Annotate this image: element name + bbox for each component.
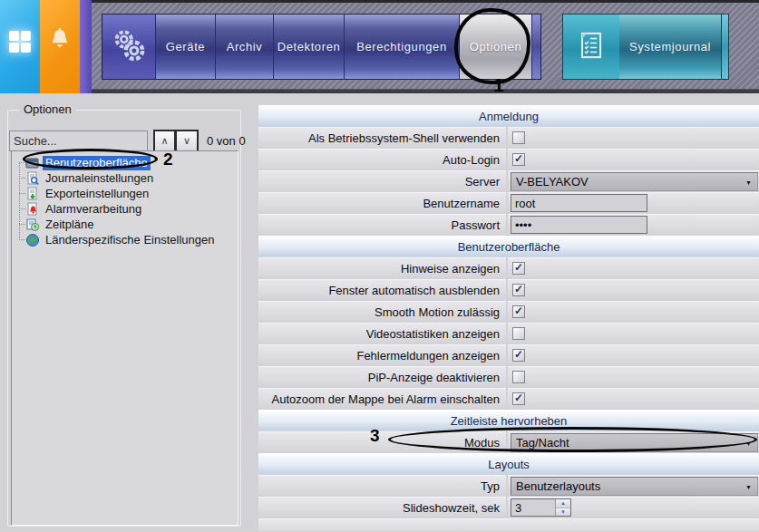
checkbox-fenster-ausblenden[interactable]: [512, 284, 525, 296]
row-slideshowzeit: Slideshowzeit, sek 3 ▲ ▼: [258, 497, 759, 517]
settings-gears-icon: [110, 26, 148, 67]
window-icon: [25, 156, 40, 170]
server-dropdown[interactable]: V-BELYAKOV ▼: [511, 172, 758, 191]
export-icon: [25, 187, 40, 201]
row-label: Smooth Motion zulässig: [258, 301, 506, 322]
checkbox-pip-anzeige[interactable]: [512, 371, 525, 383]
chevron-up-icon: ∧: [161, 135, 168, 147]
tab-apps[interactable]: [0, 0, 40, 93]
tree-item-benutzeroberflaeche[interactable]: Benutzeroberfläche: [12, 155, 238, 170]
row-typ: Typ Benutzerlayouts ▼: [258, 475, 759, 496]
toolbar-end-cap: [531, 15, 540, 79]
schedule-icon: [25, 218, 40, 232]
section-header-anmeldung: Anmeldung: [258, 105, 759, 126]
tree-item-label[interactable]: Zeitpläne: [43, 218, 96, 232]
globe-icon: [25, 233, 40, 247]
search-result-count: 0 von 0: [207, 134, 246, 148]
nav-geraete-label: Geräte: [166, 40, 205, 53]
empty-row: [258, 518, 759, 531]
alarm-doc-icon: [25, 202, 40, 217]
dropdown-arrow-icon: ▼: [745, 484, 752, 490]
nav-berechtigungen[interactable]: Berechtigungen: [344, 15, 459, 79]
row-betriebssystem-shell: Als Betriebssystem-Shell verwenden: [258, 127, 759, 148]
typ-dropdown[interactable]: Benutzerlayouts ▼: [511, 477, 758, 496]
checkbox-smooth-motion[interactable]: [512, 305, 525, 318]
nav-geraete[interactable]: Geräte: [155, 15, 215, 79]
tree-item-exporteinstellungen[interactable]: Exporteinstellungen: [12, 186, 238, 201]
search-prev-button[interactable]: ∧: [153, 130, 176, 152]
systemjournal-toolbar: Systemjournal: [562, 14, 729, 80]
journal-search-icon: [25, 171, 40, 186]
tree-item-journaleinstellungen[interactable]: Journaleinstellungen: [12, 170, 238, 186]
modus-dropdown[interactable]: Tag/Nacht ▼: [511, 433, 758, 452]
settings-gears-button[interactable]: [102, 15, 155, 79]
checkbox-hinweise-anzeigen[interactable]: [512, 262, 525, 275]
section-header-label: Zeitleiste hervorheben: [451, 414, 568, 428]
row-fehlermeldungen: Fehlermeldungen anzeigen: [258, 344, 759, 365]
row-label: Modus: [258, 431, 506, 452]
row-fenster-ausblenden: Fenster automatisch ausblenden: [258, 279, 759, 300]
chevron-down-icon: ∨: [183, 135, 190, 147]
tree-item-zeitplaene[interactable]: Zeitpläne: [12, 217, 238, 232]
nav-archiv-label: Archiv: [227, 40, 263, 53]
row-modus: Modus Tag/Nacht ▼: [258, 431, 759, 452]
alarm-bell-icon: [46, 26, 73, 57]
tree-item-label[interactable]: Alarmverarbeitung: [43, 202, 144, 217]
section-header-zeitleiste: Zeitleiste hervorheben: [258, 410, 759, 430]
row-label: Typ: [258, 475, 506, 496]
section-header-label: Anmeldung: [479, 110, 539, 123]
passwort-value: ••••: [515, 218, 531, 232]
nav-detektoren-label: Detektoren: [277, 40, 341, 53]
checkbox-fehlermeldungen[interactable]: [512, 349, 525, 362]
tree-item-alarmverarbeitung[interactable]: Alarmverarbeitung: [12, 201, 238, 217]
row-server: Server V-BELYAKOV ▼: [258, 170, 759, 191]
nav-detektoren[interactable]: Detektoren: [273, 15, 344, 79]
slideshowzeit-value: 3: [511, 499, 555, 516]
systemjournal-label: Systemjournal: [629, 40, 711, 53]
checkbox-autozoom-mappe[interactable]: [512, 392, 525, 405]
section-header-benutzeroberflaeche: Benutzeroberfläche: [258, 236, 759, 256]
spinner-buttons: ▲ ▼: [555, 499, 570, 516]
benutzername-input[interactable]: root: [511, 194, 647, 212]
search-input[interactable]: [9, 131, 148, 151]
row-smooth-motion: Smooth Motion zulässig: [258, 301, 759, 322]
nav-optionen-label: Optionen: [470, 40, 522, 53]
section-header-label: Benutzeroberfläche: [458, 240, 560, 254]
slideshowzeit-spinner[interactable]: 3 ▲ ▼: [511, 498, 571, 517]
nav-optionen[interactable]: Optionen: [459, 15, 531, 79]
nav-archiv[interactable]: Archiv: [215, 15, 273, 79]
row-label: Hinweise anzeigen: [258, 257, 506, 278]
row-pip-anzeige: PiP-Anzeige deaktivieren: [258, 366, 759, 387]
tab-alarm[interactable]: [40, 0, 80, 93]
options-tree: Benutzeroberfläche Journaleinstellungen …: [11, 150, 238, 526]
settings-panel: Anmeldung Als Betriebssystem-Shell verwe…: [258, 105, 759, 531]
row-auto-login: Auto-Login: [258, 149, 759, 169]
tree-item-label[interactable]: Journaleinstellungen: [43, 171, 156, 186]
modus-dropdown-value: Tag/Nacht: [516, 436, 569, 450]
tree-item-laenderspezifische-einstellungen[interactable]: Länderspezifische Einstellungen: [12, 232, 238, 247]
search-next-button[interactable]: ∨: [176, 130, 199, 152]
passwort-input[interactable]: ••••: [511, 216, 647, 234]
row-label: Autozoom der Mappe bei Alarm einschalten: [258, 388, 506, 409]
row-label: Passwort: [258, 214, 506, 235]
checkbox-betriebssystem-shell[interactable]: [512, 131, 525, 144]
apps-grid-icon: [9, 31, 31, 53]
checkbox-auto-login[interactable]: [512, 153, 525, 166]
purple-stripe: [80, 0, 92, 93]
tree-item-label[interactable]: Benutzeroberfläche: [43, 156, 151, 170]
spinner-up-button[interactable]: ▲: [556, 499, 570, 508]
tree-item-label[interactable]: Länderspezifische Einstellungen: [43, 233, 217, 247]
options-window: Geräte Archiv Detektoren Berechtigungen …: [0, 0, 759, 532]
tree-item-label[interactable]: Exporteinstellungen: [43, 187, 151, 201]
row-autozoom-mappe: Autozoom der Mappe bei Alarm einschalten: [258, 388, 759, 409]
systemjournal-end-cap: [721, 15, 728, 79]
systemjournal-icon-button[interactable]: [563, 15, 619, 79]
row-label: Fehlermeldungen anzeigen: [258, 344, 506, 365]
checkbox-videostatistiken[interactable]: [512, 327, 525, 340]
systemjournal-button[interactable]: Systemjournal: [619, 15, 721, 79]
spinner-down-button[interactable]: ▼: [556, 508, 570, 517]
section-header-layouts: Layouts: [258, 453, 759, 474]
row-label: Videostatistiken anzeigen: [258, 323, 506, 343]
row-benutzername: Benutzername root: [258, 192, 759, 213]
journal-checklist-icon: [578, 30, 605, 64]
